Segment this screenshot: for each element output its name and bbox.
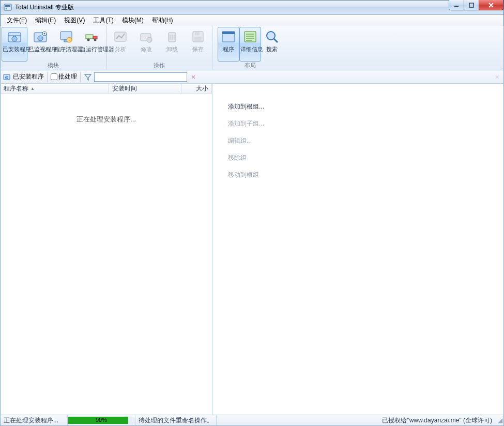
ribbon-details-view[interactable]: 详细信息 — [239, 27, 261, 62]
recycle-icon — [164, 28, 180, 45]
list-icon — [242, 28, 258, 45]
svg-point-6 — [12, 36, 17, 41]
svg-rect-24 — [194, 37, 202, 41]
ctx-add-root[interactable]: 添加到根组... — [228, 98, 503, 115]
close-button[interactable] — [479, 0, 503, 10]
col-size[interactable]: 大小 — [181, 84, 212, 94]
svg-rect-4 — [469, 3, 474, 7]
svg-point-28 — [267, 32, 275, 40]
menu-file[interactable]: 文件(F) — [3, 15, 31, 26]
svg-point-17 — [94, 39, 97, 41]
ribbon-group-actions: 分析 修改 卸载 保存 操作 — [106, 26, 212, 70]
separator — [47, 72, 48, 82]
ribbon-cleaner[interactable]: 程序清理器 — [53, 27, 79, 62]
chart-icon — [112, 28, 129, 45]
svg-point-2 — [6, 8, 7, 10]
ribbon-group-layout: 程序 详细信息 搜索 布局 — [217, 26, 284, 70]
magnifier-icon — [264, 28, 280, 45]
folder-gear-icon — [138, 28, 155, 45]
floppy-icon — [190, 28, 206, 45]
resize-grip[interactable]: ◢ — [495, 417, 503, 424]
menu-modules[interactable]: 模块(M) — [118, 15, 148, 26]
svg-rect-14 — [86, 35, 93, 39]
filter-icon[interactable] — [84, 73, 92, 81]
title-bar: Total Uninstall 专业版 — [0, 0, 504, 14]
batch-checkbox[interactable]: 批处理 — [51, 72, 77, 81]
ribbon-group-label: 模块 — [1, 62, 106, 70]
ribbon-monitored-programs[interactable]: 已监视程序 — [27, 27, 53, 62]
clear-search-button[interactable]: × — [189, 73, 197, 81]
ribbon-toolbar: 已安装程序 已监视程序 程序清理器 自运行管理器 模块 分析 — [0, 26, 504, 70]
box-eye-icon — [32, 28, 49, 45]
ribbon-installed-programs[interactable]: 已安装程序 — [2, 27, 27, 62]
svg-point-8 — [38, 36, 43, 41]
status-progress: 90% — [68, 415, 135, 425]
ribbon-autorun[interactable]: 自运行管理器 — [79, 27, 105, 62]
status-processing: 正在处理安装程序... — [1, 415, 68, 425]
ctx-remove-group: 移除组 — [228, 149, 503, 166]
loading-text: 正在处理安装程序... — [77, 115, 136, 124]
ribbon-modify[interactable]: 修改 — [133, 27, 159, 62]
search-input[interactable] — [94, 72, 187, 82]
ribbon-group-modules: 已安装程序 已监视程序 程序清理器 自运行管理器 模块 — [1, 26, 106, 70]
ribbon-group-label: 布局 — [217, 62, 284, 70]
quick-bar: 已安装程序 批处理 × × — [0, 70, 504, 84]
ribbon-uninstall[interactable]: 卸载 — [159, 27, 185, 62]
box-icon — [6, 28, 23, 45]
ctx-edit-group: 编辑组... — [228, 132, 503, 149]
svg-point-10 — [44, 33, 45, 35]
minimize-button[interactable] — [449, 0, 464, 10]
ribbon-program-view[interactable]: 程序 — [218, 27, 239, 62]
status-pending: 待处理的文件重命名操作。 — [135, 415, 217, 425]
close-pane-button[interactable]: × — [493, 73, 501, 81]
svg-rect-23 — [195, 32, 200, 35]
window-icon — [220, 28, 237, 45]
svg-rect-3 — [454, 6, 459, 7]
window-title: Total Uninstall 专业版 — [15, 3, 74, 12]
svg-rect-15 — [93, 36, 97, 39]
status-license: 已授权给"www.dayanzai.me" (全球许可) — [379, 415, 495, 425]
main-area: 程序名称▲ 安装时间 大小 正在处理安装程序... 添加到根组... 添加到子组… — [0, 84, 504, 415]
status-bar: 正在处理安装程序... 90% 待处理的文件重命名操作。 已授权给"www.da… — [0, 415, 504, 426]
svg-point-20 — [147, 37, 152, 42]
menu-edit[interactable]: 编辑(E) — [31, 15, 60, 26]
ribbon-group-label: 操作 — [106, 62, 212, 70]
ribbon-search[interactable]: 搜索 — [261, 27, 283, 62]
separator — [80, 72, 81, 82]
ctx-add-child: 添加到子组... — [228, 115, 503, 132]
column-headers: 程序名称▲ 安装时间 大小 — [1, 84, 212, 94]
svg-point-16 — [87, 39, 90, 41]
app-icon — [4, 3, 12, 11]
menu-tools[interactable]: 工具(T) — [89, 15, 117, 26]
program-list-pane: 程序名称▲ 安装时间 大小 正在处理安装程序... — [1, 84, 212, 415]
svg-point-30 — [6, 76, 8, 79]
progress-percent: 90% — [68, 417, 135, 423]
menu-bar: 文件(F) 编辑(E) 视图(V) 工具(T) 模块(M) 帮助(H) — [0, 14, 504, 26]
ctx-move-root: 移动到根组 — [228, 166, 503, 184]
batch-checkbox-input[interactable] — [51, 73, 57, 80]
context-pane: 添加到根组... 添加到子组... 编辑组... 移除组 移动到根组 — [212, 84, 503, 415]
window-buttons — [449, 0, 503, 10]
maximize-button[interactable] — [464, 0, 479, 10]
truck-icon — [84, 28, 100, 45]
program-list-body: 正在处理安装程序... — [1, 94, 212, 415]
batch-label: 批处理 — [58, 72, 77, 81]
quickbar-installed-label: 已安装程序 — [13, 72, 44, 81]
monitor-clean-icon — [58, 28, 74, 45]
svg-point-13 — [67, 37, 72, 42]
col-name[interactable]: 程序名称▲ — [1, 84, 109, 94]
menu-help[interactable]: 帮助(H) — [148, 15, 177, 26]
svg-rect-1 — [5, 5, 10, 7]
ribbon-analyze[interactable]: 分析 — [108, 27, 133, 62]
svg-rect-26 — [222, 32, 235, 34]
ribbon-save[interactable]: 保存 — [185, 27, 211, 62]
svg-rect-0 — [4, 4, 11, 10]
col-install-time[interactable]: 安装时间 — [109, 84, 181, 94]
menu-view[interactable]: 视图(V) — [60, 15, 89, 26]
installed-small-icon — [3, 73, 11, 81]
sort-asc-icon: ▲ — [30, 86, 35, 91]
